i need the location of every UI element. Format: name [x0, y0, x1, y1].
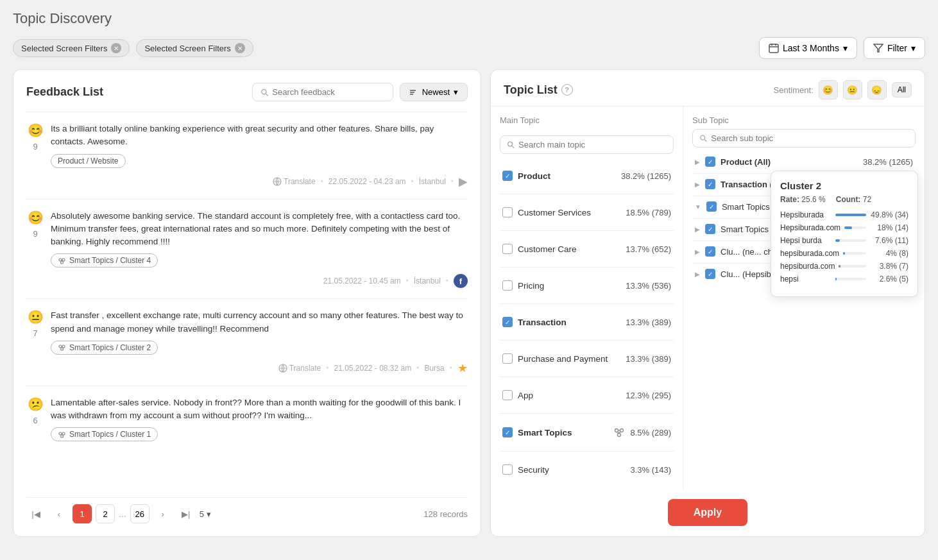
- page-26-button[interactable]: 26: [130, 504, 149, 523]
- feedback-search-box[interactable]: [252, 83, 393, 101]
- main-topic-checkbox-smart[interactable]: [502, 427, 513, 437]
- feedback-tag-2[interactable]: Smart Topics / Cluster 4: [51, 253, 158, 267]
- svg-point-21: [62, 432, 65, 435]
- main-topic-checkbox-purchase[interactable]: [502, 353, 513, 364]
- feedback-meta-2: 21.05.2022 - 10.45 am • İstanbul • f: [51, 274, 468, 288]
- feedback-content-4: Lamentable after-sales service. Nobody i…: [51, 396, 468, 442]
- last-page-button[interactable]: ▶|: [176, 504, 196, 523]
- svg-point-22: [61, 435, 64, 437]
- sort-button[interactable]: Newest ▾: [400, 83, 468, 101]
- apply-button-container: Apply: [668, 499, 747, 526]
- main-topic-checkbox-customer-care[interactable]: [502, 244, 513, 254]
- main-topic-search[interactable]: [500, 135, 674, 154]
- filter-chip-2-close[interactable]: ✕: [235, 43, 245, 53]
- top-right-controls: Last 3 Months ▾ Filter ▾: [759, 37, 925, 59]
- main-topic-row[interactable]: Product 38.2% (1265): [500, 165, 674, 186]
- svg-point-26: [620, 429, 624, 432]
- svg-rect-0: [769, 44, 778, 53]
- main-topic-row[interactable]: Customer Services 18.5% (789): [500, 202, 674, 223]
- main-topic-row[interactable]: Purchase and Payment 13.3% (389): [500, 348, 674, 369]
- cluster-popup-row: Hepsiburada 49.8% (34): [780, 210, 908, 219]
- main-topic-row[interactable]: App 12.3% (295): [500, 385, 674, 405]
- next-page-button[interactable]: ›: [153, 504, 173, 523]
- feedback-tag-4[interactable]: Smart Topics / Cluster 1: [51, 427, 158, 441]
- main-topic-row[interactable]: Pricing 13.3% (536): [500, 275, 674, 296]
- topic-panel: Topic List ? Sentiment: 😊 😐 😞 All Main T…: [490, 69, 925, 537]
- svg-marker-4: [874, 44, 883, 52]
- sentiment-all-button[interactable]: All: [892, 82, 912, 98]
- feedback-header-right: Newest ▾: [252, 83, 468, 101]
- main-topic-pct-transaction: 13.3% (389): [626, 318, 671, 327]
- expand-icon-6[interactable]: ▶: [695, 271, 700, 278]
- feedback-tag-3[interactable]: Smart Topics / Cluster 2: [51, 341, 158, 355]
- main-topic-search-icon: [507, 140, 515, 149]
- feedback-header: Feedback List Newest ▾: [26, 83, 468, 101]
- expand-icon-4[interactable]: ▶: [695, 226, 700, 233]
- first-page-button[interactable]: |◀: [26, 504, 46, 523]
- filter-chip-1[interactable]: Selected Screen Filters ✕: [13, 39, 130, 57]
- sub-topic-search-input[interactable]: [711, 133, 908, 143]
- feedback-search-input[interactable]: [272, 87, 384, 97]
- apply-button[interactable]: Apply: [668, 499, 747, 526]
- page-2-button[interactable]: 2: [96, 504, 115, 523]
- sub-topic-checkbox-transaction-all[interactable]: [705, 179, 715, 189]
- sentiment-emoji-1: 😊: [28, 123, 44, 138]
- feedback-content-3: Fast transfer , excellent exchange rate,…: [51, 309, 468, 375]
- expand-icon-5[interactable]: ▶: [695, 248, 700, 255]
- main-topic-pct-customer-care: 13.7% (652): [626, 244, 671, 254]
- main-topic-checkbox-pricing[interactable]: [502, 280, 513, 291]
- feedback-panel: Feedback List Newest ▾: [13, 69, 481, 537]
- sub-topic-checkbox-product-all[interactable]: [705, 157, 715, 167]
- sub-topic-search[interactable]: [692, 129, 916, 148]
- filter-chevron-icon: ▾: [911, 43, 916, 53]
- sentiment-positive-button[interactable]: 😊: [819, 80, 838, 99]
- feedback-score-1: 9: [30, 142, 40, 151]
- main-topic-checkbox-transaction[interactable]: [502, 317, 513, 327]
- filter-button[interactable]: Filter ▾: [864, 37, 925, 59]
- svg-point-23: [508, 142, 513, 146]
- feedback-date-3: 21.05.2022 - 08.32 am: [334, 364, 411, 373]
- prev-page-button[interactable]: ‹: [49, 504, 69, 523]
- filter-chip-1-close[interactable]: ✕: [111, 43, 121, 53]
- date-range-button[interactable]: Last 3 Months ▾: [759, 37, 857, 59]
- sentiment-negative-button[interactable]: 😞: [867, 80, 887, 99]
- sub-topic-col-title: Sub Topic: [692, 115, 916, 125]
- expand-icon-1[interactable]: ▶: [695, 158, 700, 165]
- main-topic-checkbox-product[interactable]: [502, 171, 513, 181]
- sub-topic-checkbox-clu1[interactable]: [706, 201, 717, 212]
- expand-icon-3[interactable]: ▼: [695, 203, 701, 210]
- main-topic-checkbox-security[interactable]: [502, 464, 513, 475]
- main-topic-row[interactable]: Customer Care 13.7% (652): [500, 239, 674, 259]
- sentiment-label: Sentiment:: [774, 85, 814, 95]
- sentiment-neutral-button[interactable]: 😐: [843, 80, 862, 99]
- sub-topic-pct-product-all: 38.2% (1265): [863, 157, 913, 167]
- smart-topics-main-icon: [613, 427, 625, 438]
- sub-topic-checkbox-clu3[interactable]: [705, 246, 715, 257]
- cluster-popup-row: hepsiburada.com 4% (8): [780, 249, 908, 258]
- svg-point-11: [59, 259, 62, 261]
- feedback-location-2: İstanbul: [414, 276, 441, 285]
- main-topic-pct-security: 3.3% (143): [630, 465, 671, 475]
- main-topic-row[interactable]: Transaction 13.3% (389): [500, 312, 674, 332]
- per-page-selector[interactable]: 5 ▾: [200, 509, 211, 519]
- expand-icon-2[interactable]: ▶: [695, 181, 700, 188]
- main-topic-row[interactable]: Smart Topics 8.5% (289): [500, 421, 674, 443]
- main-topic-search-input[interactable]: [518, 140, 667, 149]
- cluster-popup-row: hepsiburda.com 3.8% (7): [780, 262, 908, 271]
- page-1-button[interactable]: 1: [72, 504, 92, 523]
- main-topic-checkbox-app[interactable]: [502, 390, 513, 400]
- platform-icon-1: ▶: [459, 174, 468, 189]
- feedback-tag-1[interactable]: Product / Website: [51, 154, 126, 168]
- sub-topic-checkbox-clu2[interactable]: [705, 224, 715, 234]
- cluster-popup-row: hepsi 2.6% (5): [780, 275, 908, 284]
- feedback-content-1: Its a brilliant totally online banking e…: [51, 123, 468, 189]
- sub-topic-checkbox-clu4[interactable]: [705, 269, 715, 279]
- cluster-popup-row: Hepsi burda 7.6% (11): [780, 236, 908, 245]
- main-topic-row[interactable]: Security 3.3% (143): [500, 459, 674, 480]
- svg-point-13: [61, 261, 64, 264]
- filter-chip-2[interactable]: Selected Screen Filters ✕: [136, 39, 253, 57]
- main-topic-checkbox-customer-services[interactable]: [502, 207, 513, 217]
- feedback-list: 😊 9 Its a brilliant totally online banki…: [26, 112, 468, 487]
- svg-point-30: [701, 135, 705, 140]
- sort-label: Newest: [422, 87, 450, 97]
